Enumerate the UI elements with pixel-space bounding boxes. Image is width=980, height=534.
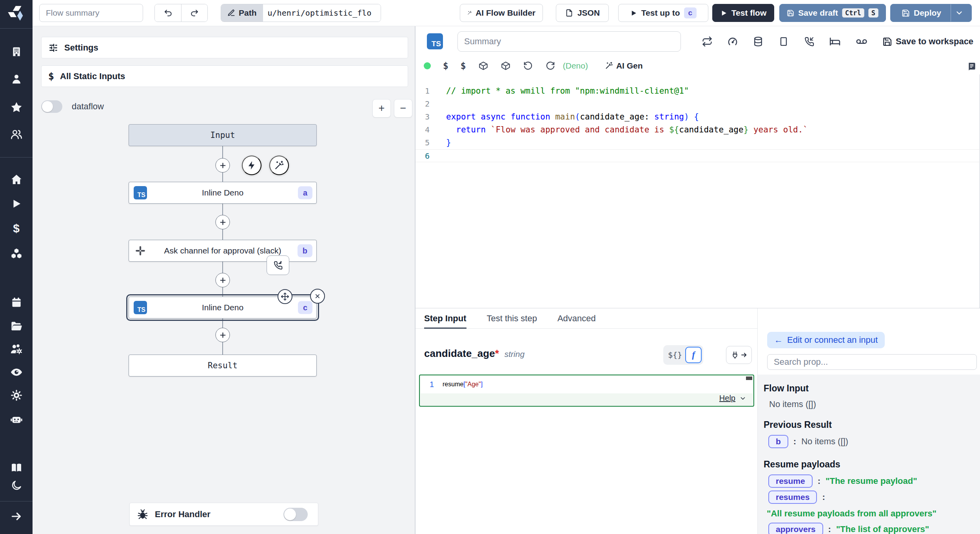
package-icon[interactable]: [478, 61, 488, 71]
code-line[interactable]: 1// import * as wmill from "npm:windmill…: [416, 85, 979, 98]
add-step-button[interactable]: [216, 158, 230, 173]
redo-button[interactable]: [181, 4, 207, 22]
path-chip[interactable]: Path: [221, 4, 263, 22]
library-book-icon[interactable]: [967, 62, 977, 72]
star-icon[interactable]: [10, 101, 23, 114]
prop-badge-approvers[interactable]: approvers: [768, 523, 823, 534]
code-line[interactable]: 5}: [416, 136, 979, 149]
language-badge[interactable]: (Deno): [563, 61, 588, 71]
help-link[interactable]: Help: [719, 394, 735, 403]
chevron-down-icon[interactable]: [955, 9, 964, 17]
all-static-inputs-label: All Static Inputs: [60, 71, 125, 81]
ai-flow-builder-button[interactable]: AI Flow Builder: [460, 4, 543, 22]
users-icon[interactable]: [10, 128, 23, 141]
save-draft-label: Save draft: [798, 8, 838, 18]
code-line[interactable]: 1resume["Age"]: [421, 376, 753, 393]
node-label: Result: [129, 361, 316, 370]
mock-square-icon[interactable]: [778, 36, 789, 47]
reset-history-icon[interactable]: [523, 61, 533, 71]
error-handler-row[interactable]: Error Handler: [129, 503, 318, 526]
zoom-out-button[interactable]: −: [394, 99, 412, 118]
book-icon[interactable]: [10, 462, 23, 474]
approvers-desc: "The list of approvers": [836, 524, 929, 534]
undo-button[interactable]: [155, 4, 181, 22]
moon-icon[interactable]: [11, 480, 22, 491]
play-icon[interactable]: [11, 198, 22, 210]
json-button[interactable]: JSON: [556, 4, 609, 22]
early-stop-gauge-icon[interactable]: [727, 36, 738, 47]
search-prop-input[interactable]: [767, 354, 977, 370]
calendar-icon[interactable]: [11, 297, 22, 308]
expression-code[interactable]: 1resume["Age"]: [421, 376, 753, 393]
package-icon[interactable]: [501, 61, 511, 71]
add-step-button[interactable]: [216, 215, 230, 230]
gear-icon[interactable]: [10, 389, 23, 402]
vars-dollar-icon[interactable]: $: [461, 61, 466, 71]
windmill-logo-icon[interactable]: [7, 4, 25, 22]
tab-test-this-step[interactable]: Test this step: [487, 308, 537, 328]
prop-badge-resumes[interactable]: resumes: [768, 491, 817, 504]
error-handler-toggle[interactable]: [283, 508, 308, 521]
code-line[interactable]: 4 return `Flow was approved and candidat…: [416, 123, 979, 136]
users-gear-icon[interactable]: [10, 342, 23, 356]
delete-step-button[interactable]: [310, 289, 325, 304]
prop-badge-resume[interactable]: resume: [768, 474, 813, 488]
assets-dollar-icon[interactable]: $: [443, 61, 448, 71]
folder-open-icon[interactable]: [10, 320, 23, 332]
connect-input-plug-button[interactable]: [726, 346, 752, 364]
zoom-in-button[interactable]: +: [372, 99, 391, 118]
expression-editor[interactable]: 1resume["Age"] Help: [419, 375, 754, 407]
robot-icon[interactable]: [10, 413, 23, 426]
sleep-bed-icon[interactable]: [829, 36, 841, 47]
ai-gen-button[interactable]: AI Gen: [605, 61, 643, 71]
tab-advanced[interactable]: Advanced: [557, 308, 596, 328]
line-number: 6: [416, 150, 431, 162]
save-to-workspace-button[interactable]: Save to workspace: [882, 36, 973, 47]
prop-badge-b[interactable]: b: [768, 435, 788, 448]
javascript-fx-toggle[interactable]: f: [685, 347, 702, 363]
home-icon[interactable]: [10, 173, 23, 186]
ai-wand-button[interactable]: [269, 156, 289, 175]
flow-summary-input[interactable]: [39, 4, 143, 22]
save-icon: [882, 37, 892, 47]
test-flow-button[interactable]: Test flow: [712, 4, 774, 22]
code-line[interactable]: 3export async function main(candidate_ag…: [416, 110, 979, 123]
add-step-button[interactable]: [216, 328, 230, 342]
eye-icon[interactable]: [10, 366, 23, 379]
trigger-bolt-button[interactable]: [242, 156, 261, 175]
deploy-button[interactable]: Deploy: [890, 4, 972, 22]
code-editor[interactable]: 1// import * as wmill from "npm:windmill…: [416, 74, 980, 308]
dollar-icon[interactable]: $: [13, 222, 20, 235]
flow-node-result[interactable]: Result: [129, 355, 317, 377]
edit-or-connect-button[interactable]: ← Edit or connect an input: [767, 332, 885, 348]
code-line[interactable]: 2: [416, 98, 979, 110]
summary-input[interactable]: [457, 31, 681, 52]
flow-node-a[interactable]: TS Inline Deno a: [129, 182, 317, 204]
user-icon[interactable]: [11, 73, 22, 85]
move-step-button[interactable]: [278, 289, 292, 304]
wand-icon: [605, 62, 613, 70]
dataflow-toggle[interactable]: [41, 100, 62, 113]
lifetime-voicemail-icon[interactable]: [855, 35, 868, 48]
path-input[interactable]: [263, 4, 381, 22]
cache-database-icon[interactable]: [753, 36, 764, 47]
building-icon[interactable]: [11, 46, 22, 58]
suspend-phone-icon[interactable]: [804, 36, 815, 47]
suspend-approval-chip[interactable]: [267, 255, 289, 275]
retries-repeat-icon[interactable]: [702, 36, 713, 47]
test-up-to-button[interactable]: Test up to c: [618, 4, 708, 22]
settings-row[interactable]: Settings: [41, 37, 408, 58]
save-draft-button[interactable]: Save draft Ctrl S: [779, 4, 886, 22]
ai-flow-builder-label: AI Flow Builder: [475, 8, 535, 18]
code-line[interactable]: 6: [416, 149, 979, 162]
tab-step-input[interactable]: Step Input: [424, 308, 466, 328]
chevron-down-icon[interactable]: [739, 395, 746, 402]
all-static-inputs-row[interactable]: $ All Static Inputs: [41, 65, 408, 87]
refresh-icon[interactable]: [545, 61, 555, 71]
template-mode-toggle[interactable]: ${}: [668, 350, 682, 360]
resume-desc: "The resume payload": [826, 476, 917, 486]
add-step-button[interactable]: [216, 273, 230, 288]
arrow-right-icon[interactable]: [10, 510, 23, 523]
flow-node-input[interactable]: Input: [129, 124, 317, 146]
boxes-icon[interactable]: [10, 247, 23, 260]
